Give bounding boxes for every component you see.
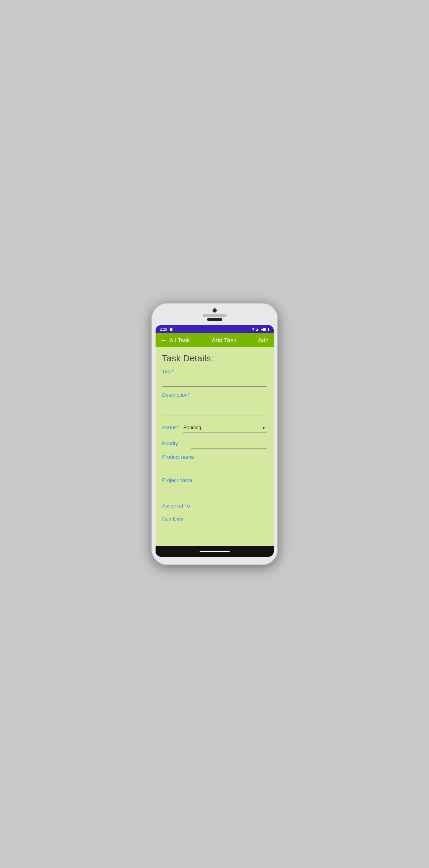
product-name-field: Product name [162,454,267,472]
title-field: Title* [162,369,267,387]
screen-content: Task Details: Title* Description* Status… [156,347,274,546]
priority-input[interactable] [191,438,267,449]
status-bar: 2:28 📋 ▼▲ ◀▮ ▮ [156,325,274,333]
title-label: Title* [162,369,267,375]
due-date-field: Due Date [162,517,267,534]
status-bar-left: 2:28 📋 [160,327,173,332]
screen-wrapper: 2:28 📋 ▼▲ ◀▮ ▮ ← All Task Add Task Add T… [156,325,274,557]
phone-shell: 2:28 📋 ▼▲ ◀▮ ▮ ← All Task Add Task Add T… [151,303,278,565]
camera-icon [213,308,217,313]
status-bar-right: ▼▲ ◀▮ ▮ [251,327,270,332]
status-row: Status* Pending In Progress Completed ▼ [162,423,267,433]
status-select[interactable]: Pending In Progress Completed [183,423,267,433]
priority-row: Priority [162,438,267,449]
section-title: Task Details: [162,353,267,364]
back-arrow-icon: ← [160,336,167,344]
project-name-input[interactable] [162,485,267,495]
toolbar-left[interactable]: ← All Task [160,336,190,344]
speaker [203,314,227,317]
project-name-label: Project name [162,477,267,484]
front-sensor [207,318,222,321]
add-button[interactable]: Add [258,337,269,344]
assigned-to-label: Assigned To [162,503,195,509]
priority-label: Priority [162,441,186,447]
status-label: Status* [162,425,179,431]
assigned-to-input[interactable] [200,501,267,511]
project-name-field: Project name [162,477,267,495]
sim-icon: 📋 [169,327,173,331]
battery-icon: ▮ [268,327,270,332]
assigned-to-row: Assigned To [162,501,267,511]
time-display: 2:28 [160,327,167,332]
due-date-label: Due Date [162,517,267,523]
description-field: Description* [162,392,267,417]
signal-icon: ◀▮ [261,327,266,332]
description-label: Description* [162,392,267,398]
title-input[interactable] [162,376,267,387]
description-input[interactable] [162,399,267,416]
due-date-input[interactable] [162,524,267,534]
product-name-input[interactable] [162,461,267,472]
back-button[interactable]: All Task [170,337,190,344]
product-name-label: Product name [162,454,267,460]
app-toolbar: ← All Task Add Task Add [156,333,274,347]
home-indicator [200,551,230,552]
phone-top [156,308,274,322]
wifi-icon: ▼▲ [251,327,259,332]
bottom-nav-bar [156,546,274,557]
toolbar-title: Add Task [212,337,236,344]
status-select-wrapper: Pending In Progress Completed ▼ [183,423,267,433]
